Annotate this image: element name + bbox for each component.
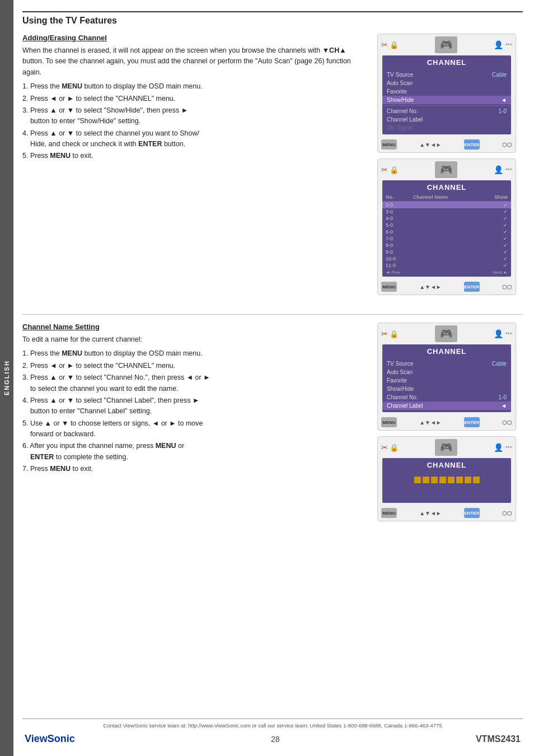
main-content: Using the TV Features Adding/Erasing Cha…	[13, 0, 534, 756]
mockup3-menu: TV Source Cable Auto Scan Favorite Show/…	[382, 357, 511, 412]
mockup2-enter-btn: ENTER	[464, 282, 480, 292]
mockup2-bottombar: MENU ▲▼◄► ENTER ⬡⬡	[378, 280, 516, 295]
mockup2-channel-header: CHANNEL	[382, 180, 511, 193]
adding-title: Adding/Erasing Channel	[22, 34, 368, 42]
figure-icon2: 👤	[494, 165, 503, 174]
nav-arrows3: ▲▼◄►	[419, 419, 442, 426]
tv-mockup-1: ✂ 🔒 🎮 👤 ••• CHANNEL	[377, 34, 516, 153]
table-row: 8-0✓	[382, 242, 511, 249]
row-no: 10-0	[382, 255, 410, 262]
mockup1-menu-btn: MENU	[381, 139, 397, 150]
pixel-7	[465, 477, 471, 483]
adding-text-col: Adding/Erasing Channel When the channel …	[22, 34, 368, 295]
row-no: 2-0	[382, 202, 410, 209]
mockup3-right-icons: 👤 •••	[494, 329, 512, 338]
mockup2-nav2: ⬡⬡	[502, 284, 512, 290]
item-label: Channel Label	[387, 403, 423, 409]
table-row: 10-0✓	[382, 255, 511, 262]
pixel-3	[431, 477, 438, 483]
item-label: Channel Label	[387, 116, 423, 123]
mockup3-item-showhide: Show/Hide	[382, 385, 511, 393]
mockup1-enter-btn: ENTER	[464, 139, 480, 150]
col-no: No.	[382, 193, 410, 202]
channel-name-steps: 1. Press the MENU button to display the …	[22, 348, 368, 474]
section-adding-erasing: Adding/Erasing Channel When the channel …	[22, 34, 523, 295]
mockup3-item-channelno: Channel No. 1-0	[382, 393, 511, 402]
footer-page-num: 28	[271, 735, 280, 744]
mockup4-left-icons: ✂ 🔒	[381, 443, 399, 452]
mockup1-nav: ▲▼◄►	[419, 142, 442, 148]
mockup2-left-icons: ✂ 🔒	[381, 165, 399, 174]
item-value: Cable	[492, 72, 507, 78]
dots-icon3: •••	[505, 330, 512, 338]
mockup1-topbar: ✂ 🔒 🎮 👤 •••	[378, 34, 516, 55]
mockup4-nav: ▲▼◄►	[419, 510, 442, 516]
mockup2-topbar: ✂ 🔒 🎮 👤 •••	[378, 159, 516, 180]
scissors-icon2: ✂	[381, 165, 388, 174]
tv-mockup-2: ✂ 🔒 🎮 👤 ••• CHANNEL	[377, 158, 516, 295]
mockup2-right-icons: 👤 •••	[494, 165, 512, 174]
table-row: 5-0✓	[382, 222, 511, 228]
nav-arrows: ▲▼◄►	[419, 284, 442, 290]
footer-contact: Contact ViewSonic service team at: http:…	[22, 722, 523, 729]
row-no: 7-0	[382, 235, 410, 242]
cn-step-7: 7. Press MENU to exit.	[22, 464, 368, 474]
item-label: Favorite	[387, 88, 407, 95]
remote-icon2: 🎮	[440, 164, 452, 176]
mockup3-item-tvsource: TV Source Cable	[382, 360, 511, 368]
nav-prev: ◄ Prev	[386, 270, 401, 275]
item-value: 1-0	[499, 394, 507, 400]
scissors-icon4: ✂	[381, 443, 388, 452]
scissors-icon: ✂	[381, 40, 388, 49]
item-label: Show/Hide	[387, 97, 414, 103]
row-no: 11-0	[382, 262, 410, 269]
section-channel-name: Channel Name Setting To edit a name for …	[22, 323, 523, 521]
row-name	[410, 202, 478, 209]
mockup1-item-dtvsignal: Dtv Signal	[382, 124, 511, 132]
mockup3-left-icons: ✂ 🔒	[381, 329, 399, 338]
row-no: 9-0	[382, 249, 410, 255]
table-row: 7-0✓	[382, 235, 511, 242]
mockup3-item-channellabel: Channel Label ◄	[382, 402, 511, 410]
mockup1-screen: CHANNEL TV Source Cable Auto Scan Favori…	[382, 55, 511, 134]
section-divider	[22, 314, 523, 315]
remote-icon3: 🎮	[440, 328, 452, 340]
mockup1-item-favorite: Favorite	[382, 87, 511, 96]
channel-name-text-col: Channel Name Setting To edit a name for …	[22, 323, 368, 521]
mockup1-right-icons: 👤 •••	[494, 40, 512, 49]
adding-intro: When the channel is erased, it will not …	[22, 45, 368, 78]
pixel-4	[439, 477, 446, 483]
row-check: ✓	[478, 202, 511, 209]
row-no: 6-0	[382, 228, 410, 235]
mockup4-channel-header: CHANNEL	[382, 458, 511, 471]
mockup4-right-icons: 👤 •••	[494, 443, 512, 452]
cn-step-2: 2. Press ◄ or ► to select the "CHANNEL" …	[22, 361, 368, 371]
adding-step-1: 1. Press the MENU button to display the …	[22, 81, 368, 92]
row-no: 3-0	[382, 208, 410, 215]
dots-icon2: •••	[505, 166, 512, 174]
adding-step-3: 3. Press ▲ or ▼ to select "Show/Hide", t…	[22, 105, 368, 127]
mockup3-screen: CHANNEL TV Source Cable Auto Scan Favori…	[382, 344, 511, 412]
item-label: Channel No.	[387, 394, 418, 400]
mockup4-menu-btn: MENU	[381, 508, 397, 518]
figure-icon3: 👤	[494, 329, 503, 338]
mockup2-menu-btn: MENU	[381, 282, 397, 292]
tv-mockup-3: ✂ 🔒 🎮 👤 ••• CHANNEL	[377, 323, 516, 431]
lang-label: ENGLISH	[3, 361, 10, 396]
pixel-5	[448, 477, 455, 483]
mockup4-pixelbar	[414, 477, 480, 483]
pixel-6	[456, 477, 463, 483]
nav-next: Next ►	[493, 270, 508, 275]
item-label: Auto Scan	[387, 80, 413, 86]
row-no: 4-0	[382, 215, 410, 222]
mockup1-channel-header: CHANNEL	[382, 55, 511, 68]
lock-icon4: 🔒	[390, 444, 399, 452]
table-row: 11-0✓	[382, 262, 511, 269]
mockup1-menu: TV Source Cable Auto Scan Favorite Show/…	[382, 68, 511, 134]
item-value: 1-0	[499, 108, 507, 114]
footer-model: VTMS2431	[476, 734, 521, 744]
table-row: 9-0✓	[382, 249, 511, 255]
pixel-2	[423, 477, 429, 483]
table-row: 6-0✓	[382, 228, 511, 235]
remote-icon4: 🎮	[440, 441, 452, 454]
